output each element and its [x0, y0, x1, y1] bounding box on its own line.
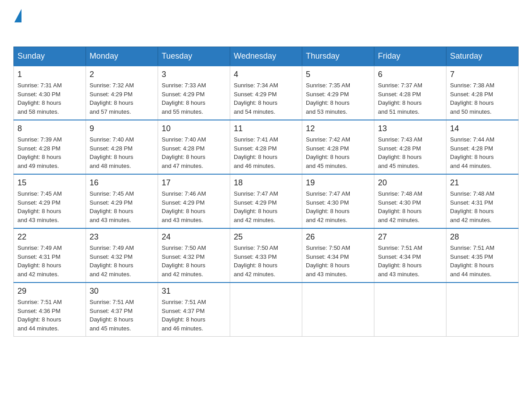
- day-header-tuesday: Tuesday: [158, 47, 230, 66]
- day-number: 28: [450, 232, 515, 242]
- calendar-cell: [302, 283, 374, 337]
- day-sun-info: Sunrise: 7:44 AM Sunset: 4:28 PM Dayligh…: [450, 135, 515, 170]
- calendar-cell: 6Sunrise: 7:37 AM Sunset: 4:28 PM Daylig…: [374, 66, 446, 120]
- day-number: 2: [90, 70, 154, 79]
- day-number: 7: [450, 70, 515, 79]
- calendar-cell: 12Sunrise: 7:42 AM Sunset: 4:28 PM Dayli…: [302, 120, 374, 174]
- calendar-cell: 1Sunrise: 7:31 AM Sunset: 4:30 PM Daylig…: [14, 66, 86, 120]
- day-sun-info: Sunrise: 7:51 AM Sunset: 4:37 PM Dayligh…: [90, 298, 154, 333]
- logo: [13, 9, 21, 38]
- day-sun-info: Sunrise: 7:42 AM Sunset: 4:28 PM Dayligh…: [306, 135, 370, 170]
- calendar-cell: 26Sunrise: 7:50 AM Sunset: 4:34 PM Dayli…: [302, 228, 374, 283]
- day-sun-info: Sunrise: 7:31 AM Sunset: 4:30 PM Dayligh…: [17, 81, 82, 116]
- day-sun-info: Sunrise: 7:50 AM Sunset: 4:34 PM Dayligh…: [306, 244, 370, 278]
- day-header-sunday: Sunday: [14, 47, 86, 66]
- day-sun-info: Sunrise: 7:40 AM Sunset: 4:28 PM Dayligh…: [90, 135, 154, 170]
- day-number: 9: [90, 124, 154, 133]
- day-number: 30: [90, 287, 154, 296]
- calendar-cell: 4Sunrise: 7:34 AM Sunset: 4:29 PM Daylig…: [230, 66, 302, 120]
- calendar-cell: 24Sunrise: 7:50 AM Sunset: 4:32 PM Dayli…: [158, 228, 230, 283]
- calendar-cell: 22Sunrise: 7:49 AM Sunset: 4:31 PM Dayli…: [14, 228, 86, 283]
- day-header-friday: Friday: [374, 47, 446, 66]
- day-sun-info: Sunrise: 7:47 AM Sunset: 4:30 PM Dayligh…: [306, 189, 370, 224]
- day-sun-info: Sunrise: 7:34 AM Sunset: 4:29 PM Dayligh…: [234, 81, 298, 116]
- calendar-cell: [374, 283, 446, 337]
- day-number: 15: [17, 178, 82, 188]
- day-number: 26: [306, 232, 370, 242]
- day-sun-info: Sunrise: 7:37 AM Sunset: 4:28 PM Dayligh…: [378, 81, 442, 116]
- day-number: 21: [450, 178, 515, 188]
- calendar-cell: 31Sunrise: 7:51 AM Sunset: 4:37 PM Dayli…: [158, 283, 230, 337]
- day-number: 13: [378, 124, 442, 133]
- calendar-cell: 11Sunrise: 7:41 AM Sunset: 4:28 PM Dayli…: [230, 120, 302, 174]
- calendar-cell: 28Sunrise: 7:51 AM Sunset: 4:35 PM Dayli…: [446, 228, 519, 283]
- calendar-cell: 15Sunrise: 7:45 AM Sunset: 4:29 PM Dayli…: [14, 174, 86, 228]
- day-number: 17: [162, 178, 226, 188]
- day-number: 16: [90, 178, 154, 188]
- calendar-cell: 5Sunrise: 7:35 AM Sunset: 4:29 PM Daylig…: [302, 66, 374, 120]
- page-header: [13, 9, 519, 38]
- day-number: 8: [17, 124, 82, 133]
- calendar-cell: 17Sunrise: 7:46 AM Sunset: 4:29 PM Dayli…: [158, 174, 230, 228]
- day-sun-info: Sunrise: 7:50 AM Sunset: 4:33 PM Dayligh…: [234, 244, 298, 278]
- day-sun-info: Sunrise: 7:46 AM Sunset: 4:29 PM Dayligh…: [162, 189, 226, 224]
- day-header-saturday: Saturday: [446, 47, 519, 66]
- day-number: 19: [306, 178, 370, 188]
- day-sun-info: Sunrise: 7:51 AM Sunset: 4:37 PM Dayligh…: [162, 298, 226, 333]
- calendar-cell: 9Sunrise: 7:40 AM Sunset: 4:28 PM Daylig…: [86, 120, 158, 174]
- day-number: 10: [162, 124, 226, 133]
- calendar-cell: 8Sunrise: 7:39 AM Sunset: 4:28 PM Daylig…: [14, 120, 86, 174]
- calendar-cell: 14Sunrise: 7:44 AM Sunset: 4:28 PM Dayli…: [446, 120, 519, 174]
- calendar-cell: 25Sunrise: 7:50 AM Sunset: 4:33 PM Dayli…: [230, 228, 302, 283]
- calendar-header: SundayMondayTuesdayWednesdayThursdayFrid…: [14, 47, 519, 66]
- day-number: 5: [306, 70, 370, 79]
- day-number: 3: [162, 70, 226, 79]
- day-sun-info: Sunrise: 7:45 AM Sunset: 4:29 PM Dayligh…: [17, 189, 82, 224]
- calendar-cell: 23Sunrise: 7:49 AM Sunset: 4:32 PM Dayli…: [86, 228, 158, 283]
- calendar-cell: 27Sunrise: 7:51 AM Sunset: 4:34 PM Dayli…: [374, 228, 446, 283]
- day-sun-info: Sunrise: 7:51 AM Sunset: 4:35 PM Dayligh…: [450, 244, 515, 278]
- day-header-thursday: Thursday: [302, 47, 374, 66]
- day-number: 25: [234, 232, 298, 242]
- day-sun-info: Sunrise: 7:39 AM Sunset: 4:28 PM Dayligh…: [17, 135, 82, 170]
- day-number: 27: [378, 232, 442, 242]
- day-sun-info: Sunrise: 7:32 AM Sunset: 4:29 PM Dayligh…: [90, 81, 154, 116]
- calendar-cell: 30Sunrise: 7:51 AM Sunset: 4:37 PM Dayli…: [86, 283, 158, 337]
- day-sun-info: Sunrise: 7:45 AM Sunset: 4:29 PM Dayligh…: [90, 189, 154, 224]
- day-number: 24: [162, 232, 226, 242]
- day-number: 4: [234, 70, 298, 79]
- day-sun-info: Sunrise: 7:47 AM Sunset: 4:29 PM Dayligh…: [234, 189, 298, 224]
- calendar-table: SundayMondayTuesdayWednesdayThursdayFrid…: [13, 47, 519, 337]
- day-sun-info: Sunrise: 7:38 AM Sunset: 4:28 PM Dayligh…: [450, 81, 515, 116]
- calendar-cell: 3Sunrise: 7:33 AM Sunset: 4:29 PM Daylig…: [158, 66, 230, 120]
- calendar-week-5: 29Sunrise: 7:51 AM Sunset: 4:36 PM Dayli…: [14, 283, 519, 337]
- calendar-cell: 13Sunrise: 7:43 AM Sunset: 4:28 PM Dayli…: [374, 120, 446, 174]
- day-number: 23: [90, 232, 154, 242]
- calendar-week-2: 8Sunrise: 7:39 AM Sunset: 4:28 PM Daylig…: [14, 120, 519, 174]
- day-number: 6: [378, 70, 442, 79]
- day-sun-info: Sunrise: 7:43 AM Sunset: 4:28 PM Dayligh…: [378, 135, 442, 170]
- calendar-cell: 29Sunrise: 7:51 AM Sunset: 4:36 PM Dayli…: [14, 283, 86, 337]
- day-number: 31: [162, 287, 226, 296]
- day-number: 29: [17, 287, 82, 296]
- day-number: 20: [378, 178, 442, 188]
- calendar-cell: 16Sunrise: 7:45 AM Sunset: 4:29 PM Dayli…: [86, 174, 158, 228]
- calendar-cell: 18Sunrise: 7:47 AM Sunset: 4:29 PM Dayli…: [230, 174, 302, 228]
- calendar-cell: [230, 283, 302, 337]
- day-number: 1: [17, 70, 82, 79]
- logo-arrow-icon: [14, 9, 21, 22]
- day-number: 18: [234, 178, 298, 188]
- day-sun-info: Sunrise: 7:41 AM Sunset: 4:28 PM Dayligh…: [234, 135, 298, 170]
- day-number: 12: [306, 124, 370, 133]
- day-sun-info: Sunrise: 7:50 AM Sunset: 4:32 PM Dayligh…: [162, 244, 226, 278]
- calendar-cell: 20Sunrise: 7:48 AM Sunset: 4:30 PM Dayli…: [374, 174, 446, 228]
- day-sun-info: Sunrise: 7:33 AM Sunset: 4:29 PM Dayligh…: [162, 81, 226, 116]
- calendar-cell: 19Sunrise: 7:47 AM Sunset: 4:30 PM Dayli…: [302, 174, 374, 228]
- day-header-monday: Monday: [86, 47, 158, 66]
- calendar-cell: 2Sunrise: 7:32 AM Sunset: 4:29 PM Daylig…: [86, 66, 158, 120]
- calendar-cell: 21Sunrise: 7:48 AM Sunset: 4:31 PM Dayli…: [446, 174, 519, 228]
- day-sun-info: Sunrise: 7:35 AM Sunset: 4:29 PM Dayligh…: [306, 81, 370, 116]
- calendar-cell: 7Sunrise: 7:38 AM Sunset: 4:28 PM Daylig…: [446, 66, 519, 120]
- calendar-week-1: 1Sunrise: 7:31 AM Sunset: 4:30 PM Daylig…: [14, 66, 519, 120]
- day-sun-info: Sunrise: 7:49 AM Sunset: 4:32 PM Dayligh…: [90, 244, 154, 278]
